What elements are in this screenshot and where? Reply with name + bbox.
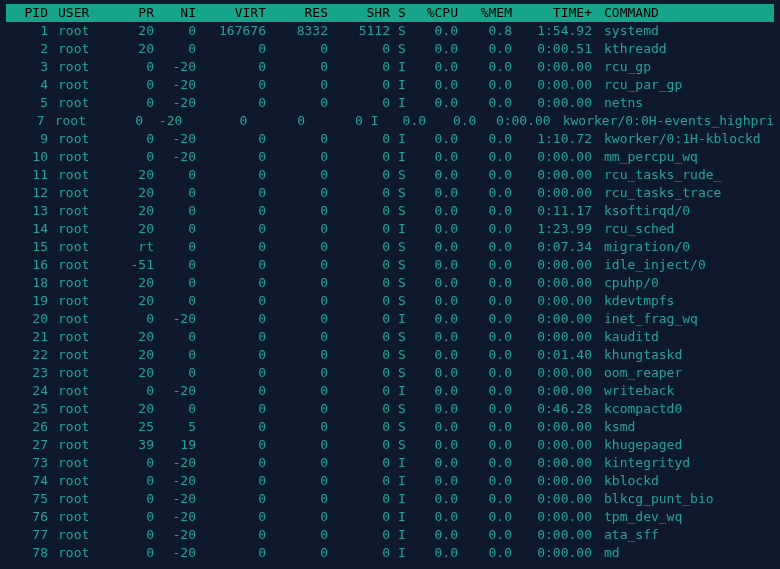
cell-res: 0 [274,256,336,274]
table-row[interactable]: 15rootrt0000S0.00.00:07.34migration/0 [6,238,774,256]
cell-pid: 1 [6,22,56,40]
cell-cmd: khugepaged [600,436,774,454]
cell-res: 0 [274,40,336,58]
cell-cmd: rcu_gp [600,58,774,76]
cell-mem: 0.0 [466,328,520,346]
table-row[interactable]: 75root0-20000I0.00.00:00.00blkcg_punt_bi… [6,490,774,508]
cell-shr: 0 [336,436,398,454]
cell-virt: 0 [204,238,274,256]
cell-virt: 0 [204,472,274,490]
cell-s: I [398,310,412,328]
cell-pid: 74 [6,472,56,490]
cell-time: 0:00.51 [520,40,600,58]
cell-cmd: ksoftirqd/0 [600,202,774,220]
cell-virt: 0 [204,310,274,328]
table-row[interactable]: 20root0-20000I0.00.00:00.00inet_frag_wq [6,310,774,328]
cell-mem: 0.0 [466,436,520,454]
table-row[interactable]: 14root200000I0.00.01:23.99rcu_sched [6,220,774,238]
table-row[interactable]: 12root200000S0.00.00:00.00rcu_tasks_trac… [6,184,774,202]
table-row[interactable]: 9root0-20000I0.00.01:10.72kworker/0:1H-k… [6,130,774,148]
cell-cpu: 0.0 [412,166,466,184]
table-row[interactable]: 10root0-20000I0.00.00:00.00mm_percpu_wq [6,148,774,166]
cell-s: I [398,58,412,76]
table-row[interactable]: 2root200000S0.00.00:00.51kthreadd [6,40,774,58]
cell-pid: 16 [6,256,56,274]
cell-ni: 0 [162,364,204,382]
table-row[interactable]: 22root200000S0.00.00:01.40khungtaskd [6,346,774,364]
table-row[interactable]: 11root200000S0.00.00:00.00rcu_tasks_rude… [6,166,774,184]
table-row[interactable]: 25root200000S0.00.00:46.28kcompactd0 [6,400,774,418]
cell-user: root [56,544,108,562]
cell-pr: 20 [108,346,162,364]
cell-pid: 73 [6,454,56,472]
cell-res: 0 [274,346,336,364]
table-row[interactable]: 5root0-20000I0.00.00:00.00netns [6,94,774,112]
table-row[interactable]: 21root200000S0.00.00:00.00kauditd [6,328,774,346]
table-row[interactable]: 26root255000S0.00.00:00.00ksmd [6,418,774,436]
cell-s: S [398,40,412,58]
cell-res: 0 [274,418,336,436]
table-row[interactable]: 16root-510000S0.00.00:00.00idle_inject/0 [6,256,774,274]
table-row[interactable]: 23root200000S0.00.00:00.00oom_reaper [6,364,774,382]
cell-pid: 15 [6,238,56,256]
cell-virt: 0 [204,346,274,364]
cell-shr: 0 [336,292,398,310]
cell-cpu: 0.0 [412,202,466,220]
table-row[interactable]: 27root3919000S0.00.00:00.00khugepaged [6,436,774,454]
table-row[interactable]: 77root0-20000I0.00.00:00.00ata_sff [6,526,774,544]
cell-pid: 7 [6,112,53,130]
cell-user: root [56,526,108,544]
cell-pid: 5 [6,94,56,112]
cell-ni: 0 [162,202,204,220]
cell-ni: -20 [162,544,204,562]
cell-cpu: 0.0 [412,184,466,202]
cell-cpu: 0.0 [412,454,466,472]
cell-s: S [398,292,412,310]
cell-shr: 0 [336,346,398,364]
cell-shr: 0 [336,490,398,508]
cell-ni: 0 [162,274,204,292]
cell-ni: -20 [162,508,204,526]
cell-cpu: 0.0 [412,364,466,382]
table-row[interactable]: 74root0-20000I0.00.00:00.00kblockd [6,472,774,490]
cell-mem: 0.8 [466,22,520,40]
cell-pr: 20 [108,292,162,310]
cell-virt: 0 [204,364,274,382]
cell-s: I [398,130,412,148]
table-row[interactable]: 4root0-20000I0.00.00:00.00rcu_par_gp [6,76,774,94]
cell-virt: 0 [204,292,274,310]
cell-cmd: idle_inject/0 [600,256,774,274]
cell-cpu: 0.0 [412,76,466,94]
table-row[interactable]: 3root0-20000I0.00.00:00.00rcu_gp [6,58,774,76]
table-row[interactable]: 13root200000S0.00.00:11.17ksoftirqd/0 [6,202,774,220]
table-row[interactable]: 78root0-20000I0.00.00:00.00md [6,544,774,562]
cell-s: S [398,400,412,418]
cell-ni: 0 [162,184,204,202]
table-row[interactable]: 24root0-20000I0.00.00:00.00writeback [6,382,774,400]
cell-ni: 0 [162,238,204,256]
cell-virt: 167676 [204,22,274,40]
cell-res: 0 [274,508,336,526]
cell-cmd: kworker/0:0H-events_highpri [559,112,774,130]
cell-res: 0 [274,544,336,562]
table-row[interactable]: 76root0-20000I0.00.00:00.00tpm_dev_wq [6,508,774,526]
table-row[interactable]: 19root200000S0.00.00:00.00kdevtmpfs [6,292,774,310]
cell-virt: 0 [204,184,274,202]
cell-virt: 0 [204,418,274,436]
cell-pid: 27 [6,436,56,454]
table-row[interactable]: 1root20016767683325112S0.00.81:54.92syst… [6,22,774,40]
cell-s: S [398,328,412,346]
cell-time: 0:00.00 [520,364,600,382]
cell-cpu: 0.0 [412,436,466,454]
table-row[interactable]: 73root0-20000I0.00.00:00.00kintegrityd [6,454,774,472]
table-row[interactable]: 18root200000S0.00.00:00.00cpuhp/0 [6,274,774,292]
cell-cpu: 0.0 [412,328,466,346]
table-row[interactable]: 7root0-20000I0.00.00:00.00kworker/0:0H-e… [6,112,774,130]
cell-cmd: kblockd [600,472,774,490]
cell-cmd: kintegrityd [600,454,774,472]
cell-res: 0 [274,58,336,76]
cell-cpu: 0.0 [412,508,466,526]
cell-s: I [398,454,412,472]
cell-virt: 0 [204,94,274,112]
cell-pid: 19 [6,292,56,310]
